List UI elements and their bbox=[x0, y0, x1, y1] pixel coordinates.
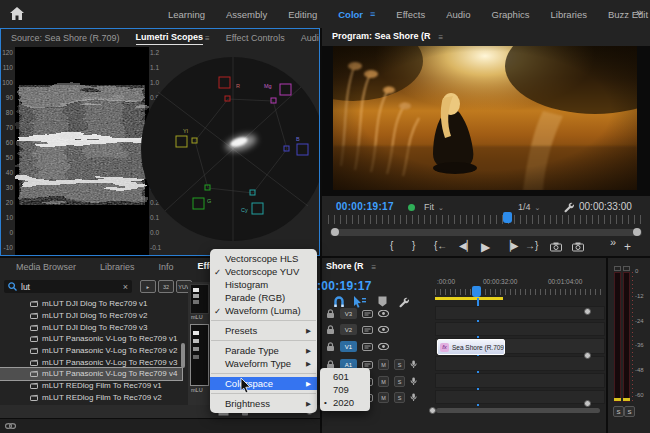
mute-button[interactable]: M bbox=[378, 359, 389, 370]
solo-button[interactable]: S bbox=[624, 406, 635, 417]
workspace-overflow-chevron[interactable]: » bbox=[636, 6, 642, 18]
menu-item-presets[interactable]: Presets▶ bbox=[210, 324, 317, 337]
scrollbar-knob[interactable] bbox=[331, 228, 339, 236]
lock-icon[interactable] bbox=[326, 342, 335, 351]
home-icon[interactable] bbox=[10, 7, 24, 20]
program-playhead-marker[interactable] bbox=[503, 212, 512, 223]
program-timecode[interactable]: 00:00:19:17 bbox=[336, 201, 394, 212]
mute-button[interactable]: M bbox=[378, 392, 389, 403]
lock-icon[interactable] bbox=[326, 309, 335, 318]
list-item[interactable]: mLUT REDlog Film To Rec709 v2 bbox=[0, 392, 182, 404]
voiceover-mic-icon[interactable] bbox=[410, 377, 417, 386]
source-patch-icon[interactable] bbox=[362, 343, 373, 351]
tab-sequence[interactable]: Shore (R bbox=[326, 261, 364, 273]
lock-icon[interactable] bbox=[326, 325, 335, 334]
tab-source-monitor[interactable]: Source: Sea Shore (R.709) bbox=[11, 33, 120, 43]
program-time-ruler[interactable] bbox=[328, 215, 644, 224]
play-button[interactable]: ▶ bbox=[481, 240, 490, 254]
track-target-v1[interactable]: V1 bbox=[340, 341, 357, 352]
program-scrollbar[interactable] bbox=[330, 229, 642, 236]
menu-item-parade-rgb[interactable]: Parade (RGB) bbox=[210, 291, 317, 304]
workspace-menu-icon[interactable]: ≡ bbox=[370, 9, 375, 19]
scrollbar-knob[interactable] bbox=[584, 352, 591, 359]
lut-thumbnail[interactable] bbox=[190, 284, 209, 314]
toggle-track-output-eye-icon[interactable] bbox=[378, 326, 389, 333]
workspace-editing[interactable]: Editing bbox=[288, 9, 317, 20]
zoom-level-select[interactable]: Fit⌄ bbox=[424, 202, 444, 212]
search-input-value[interactable]: lut bbox=[21, 282, 30, 292]
export-frame-icon[interactable] bbox=[550, 242, 562, 252]
solo-button[interactable]: S bbox=[394, 376, 405, 387]
tab-lumetri-scopes[interactable]: Lumetri Scopes bbox=[136, 32, 204, 45]
panel-menu-icon[interactable]: ≡ bbox=[372, 263, 377, 272]
transport-overflow-chevron[interactable]: » bbox=[610, 236, 616, 248]
tab-audio-clip-mixer[interactable]: Audio Clip Mix bbox=[301, 33, 320, 43]
add-button[interactable]: + bbox=[624, 240, 631, 254]
mark-in-button[interactable]: { bbox=[390, 240, 393, 251]
solo-button[interactable]: S bbox=[394, 392, 405, 403]
workspace-audio[interactable]: Audio bbox=[446, 9, 470, 20]
playback-resolution-select[interactable]: 1/4⌄ bbox=[518, 202, 540, 212]
workspace-effects[interactable]: Effects bbox=[396, 9, 425, 20]
tab-effect-controls[interactable]: Effect Controls bbox=[226, 33, 285, 43]
tab-libraries[interactable]: Libraries bbox=[100, 262, 135, 272]
step-forward-button[interactable]: ▕▶ bbox=[503, 240, 518, 251]
track-lane-a1[interactable] bbox=[435, 356, 605, 371]
step-back-button[interactable]: ◀▏ bbox=[459, 240, 474, 251]
tab-info[interactable]: Info bbox=[159, 262, 174, 272]
workspace-buzz-edit[interactable]: Buzz Edit bbox=[608, 9, 648, 20]
go-to-out-button[interactable]: →} bbox=[525, 240, 538, 251]
track-lane-a2[interactable] bbox=[435, 373, 605, 388]
submenu-item-2020-selected[interactable]: •2020 bbox=[320, 396, 370, 409]
solo-button[interactable]: S bbox=[613, 406, 624, 417]
track-lane-v2[interactable] bbox=[435, 322, 605, 336]
32bit-color-badge[interactable]: 32 bbox=[158, 280, 174, 293]
track-lane-a3[interactable] bbox=[435, 390, 605, 404]
workspace-assembly[interactable]: Assembly bbox=[226, 9, 267, 20]
menu-item-brightness[interactable]: Brightness▶ bbox=[210, 397, 317, 410]
workspace-color[interactable]: Color bbox=[338, 9, 363, 20]
clip-indicator[interactable] bbox=[623, 266, 630, 271]
list-item[interactable]: mLUT REDlog Film To Rec709 v1 bbox=[0, 380, 182, 392]
menu-item-vectorscope-hls[interactable]: Vectorscope HLS bbox=[210, 252, 317, 265]
timeline-horizontal-scrollbar[interactable] bbox=[436, 408, 600, 413]
scrollbar-knob[interactable] bbox=[584, 308, 591, 315]
voiceover-mic-icon[interactable] bbox=[410, 360, 417, 369]
lut-thumbnail-selected[interactable] bbox=[190, 324, 209, 386]
menu-item-parade-type[interactable]: Parade Type▶ bbox=[210, 344, 317, 357]
accelerated-effects-badge[interactable]: ▸ bbox=[140, 280, 156, 293]
scrollbar-knob[interactable] bbox=[429, 407, 436, 414]
mute-button[interactable]: M bbox=[378, 376, 389, 387]
tab-media-browser[interactable]: Media Browser bbox=[16, 262, 76, 272]
timeline-clip[interactable]: fx Sea Shore (R.709 bbox=[437, 339, 505, 355]
menu-item-histogram[interactable]: Histogram bbox=[210, 278, 317, 291]
panel-menu-icon[interactable]: ≡ bbox=[205, 34, 210, 43]
list-item-selected[interactable]: mLUT Panasonic V-Log To Rec709 v4 bbox=[0, 368, 182, 380]
menu-item-waveform-type[interactable]: Waveform Type▶ bbox=[210, 357, 317, 370]
settings-wrench-icon[interactable] bbox=[563, 201, 575, 213]
workspace-learning[interactable]: Learning bbox=[168, 9, 205, 20]
list-item[interactable]: mLUT DJI Dlog To Rec709 v3 bbox=[0, 321, 182, 333]
toggle-track-output-eye-icon[interactable] bbox=[378, 310, 389, 317]
scrollbar-knob[interactable] bbox=[633, 228, 641, 236]
source-patch-icon[interactable] bbox=[362, 326, 373, 334]
scrollbar-knob[interactable] bbox=[584, 400, 591, 407]
clear-search-icon[interactable]: × bbox=[123, 282, 128, 292]
toggle-track-output-eye-icon[interactable] bbox=[378, 343, 389, 350]
solo-button[interactable]: S bbox=[394, 359, 405, 370]
menu-item-colorspace[interactable]: Colorspace▶ bbox=[210, 377, 317, 390]
clip-indicator[interactable] bbox=[614, 266, 621, 271]
source-patch-icon[interactable] bbox=[362, 310, 373, 318]
comparison-view-icon[interactable] bbox=[572, 242, 584, 252]
effects-list-scrollbar[interactable] bbox=[181, 343, 185, 368]
workspace-graphics[interactable]: Graphics bbox=[492, 9, 530, 20]
add-marker-icon[interactable] bbox=[378, 296, 387, 307]
workspace-libraries[interactable]: Libraries bbox=[551, 9, 587, 20]
effects-search-box[interactable]: lut × bbox=[4, 280, 132, 293]
track-target-v2[interactable]: V2 bbox=[340, 324, 357, 335]
list-item[interactable]: mLUT DJI Dlog To Rec709 v2 bbox=[0, 310, 182, 322]
voiceover-mic-icon[interactable] bbox=[410, 393, 417, 402]
panel-menu-icon[interactable]: ≡ bbox=[439, 33, 444, 42]
mark-out-button[interactable]: } bbox=[412, 240, 415, 251]
go-to-in-button[interactable]: {← bbox=[434, 240, 447, 251]
